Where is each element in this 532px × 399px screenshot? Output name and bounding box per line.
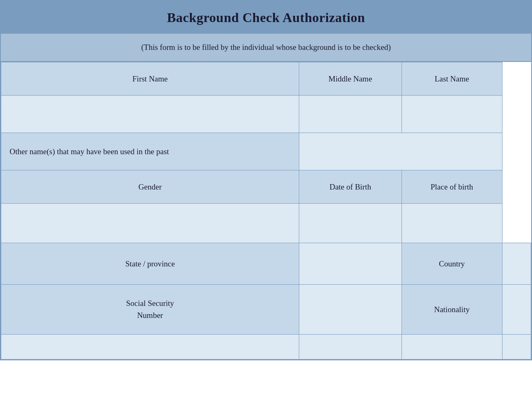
state-country-row: State / province Country [1, 243, 531, 285]
date-of-birth-input[interactable] [299, 204, 402, 243]
first-name-label: First Name [1, 62, 299, 96]
gender-input[interactable] [1, 204, 299, 243]
gender-label: Gender [1, 170, 299, 204]
name-inputs-row [1, 96, 531, 133]
country-input[interactable] [502, 243, 531, 285]
ssn-label: Social Security Number [1, 285, 299, 335]
place-of-birth-label: Place of birth [401, 170, 502, 204]
last-name-input[interactable] [401, 96, 502, 133]
subtitle-section: (This form is to be filled by the indivi… [1, 34, 531, 62]
other-names-input[interactable] [299, 133, 502, 170]
middle-name-label: Middle Name [299, 62, 402, 96]
last-name-label: Last Name [401, 62, 502, 96]
date-of-birth-label: Date of Birth [299, 170, 402, 204]
title-section: Background Check Authorization [1, 1, 531, 34]
state-province-input[interactable] [299, 243, 402, 285]
state-province-label: State / province [1, 243, 299, 285]
form-container: Background Check Authorization (This for… [0, 0, 532, 360]
middle-name-input[interactable] [299, 96, 402, 133]
country-label: Country [401, 243, 502, 285]
other-names-label: Other name(s) that may have been used in… [1, 133, 299, 170]
bottom-cell-3[interactable] [401, 335, 502, 360]
place-of-birth-input[interactable] [401, 204, 502, 243]
form-table: First Name Middle Name Last Name Other n… [1, 62, 531, 360]
form-title: Background Check Authorization [9, 10, 523, 25]
bottom-cell-1[interactable] [1, 335, 299, 360]
name-labels-row: First Name Middle Name Last Name [1, 62, 531, 96]
form-subtitle: (This form is to be filled by the indivi… [9, 43, 523, 52]
ssn-input[interactable] [299, 285, 402, 335]
nationality-label: Nationality [401, 285, 502, 335]
bottom-cell-2[interactable] [299, 335, 402, 360]
other-names-row: Other name(s) that may have been used in… [1, 133, 531, 170]
nationality-input[interactable] [502, 285, 531, 335]
bottom-cell-4[interactable] [502, 335, 531, 360]
bottom-row [1, 335, 531, 360]
ssn-nationality-row: Social Security Number Nationality [1, 285, 531, 335]
gender-dob-pob-inputs-row [1, 204, 531, 243]
gender-dob-pob-labels-row: Gender Date of Birth Place of birth [1, 170, 531, 204]
first-name-input[interactable] [1, 96, 299, 133]
